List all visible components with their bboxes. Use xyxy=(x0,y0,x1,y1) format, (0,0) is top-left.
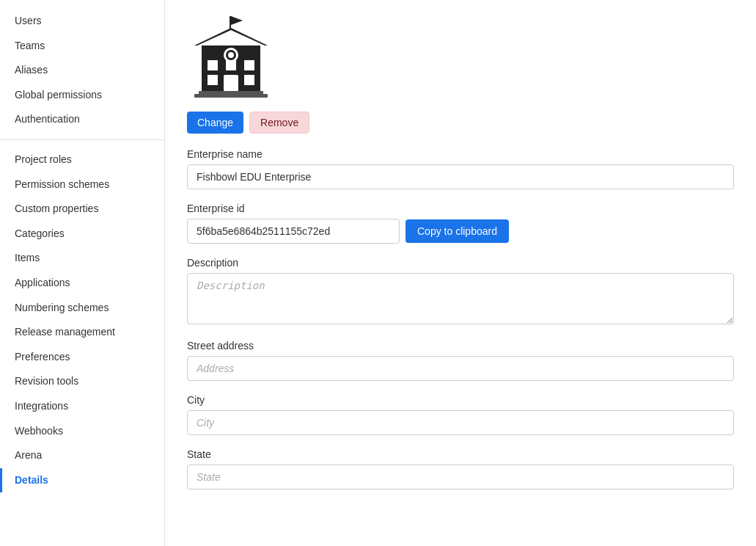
sidebar-item-items[interactable]: Items xyxy=(0,246,164,271)
svg-rect-11 xyxy=(208,75,218,85)
copy-to-clipboard-button[interactable]: Copy to clipboard xyxy=(405,219,509,243)
svg-rect-13 xyxy=(224,75,238,92)
svg-rect-8 xyxy=(208,60,218,70)
svg-rect-12 xyxy=(244,75,254,85)
sidebar-item-teams[interactable]: Teams xyxy=(0,34,164,59)
sidebar-item-custom-properties[interactable]: Custom properties xyxy=(0,197,164,222)
sidebar-item-categories[interactable]: Categories xyxy=(0,222,164,247)
svg-marker-4 xyxy=(197,30,265,46)
state-input[interactable] xyxy=(187,465,734,489)
sidebar-item-global-permissions[interactable]: Global permissions xyxy=(0,83,164,108)
sidebar-item-applications[interactable]: Applications xyxy=(0,271,164,296)
enterprise-name-label: Enterprise name xyxy=(187,148,734,160)
street-address-group: Street address xyxy=(187,340,734,381)
sidebar: UsersTeamsAliasesGlobal permissionsAuthe… xyxy=(0,0,165,546)
sidebar-group-bottom: Project rolesPermission schemesCustom pr… xyxy=(0,148,164,492)
sidebar-item-revision-tools[interactable]: Revision tools xyxy=(0,369,164,394)
logo-area: Change Remove xyxy=(187,15,734,134)
svg-rect-9 xyxy=(226,60,236,70)
sidebar-divider xyxy=(0,139,164,140)
street-address-label: Street address xyxy=(187,340,734,352)
svg-rect-10 xyxy=(244,60,254,70)
main-content: Change Remove Enterprise name Enterprise… xyxy=(165,0,756,546)
sidebar-group-top: UsersTeamsAliasesGlobal permissionsAuthe… xyxy=(0,9,164,132)
street-address-input[interactable] xyxy=(187,356,734,381)
city-group: City xyxy=(187,394,734,435)
enterprise-id-row: Copy to clipboard xyxy=(187,219,734,244)
sidebar-item-aliases[interactable]: Aliases xyxy=(0,58,164,83)
logo-buttons: Change Remove xyxy=(187,112,309,134)
svg-marker-1 xyxy=(231,16,243,25)
description-input[interactable] xyxy=(187,273,734,324)
svg-rect-0 xyxy=(230,16,231,29)
sidebar-item-permission-schemes[interactable]: Permission schemes xyxy=(0,172,164,197)
enterprise-id-group: Enterprise id Copy to clipboard xyxy=(187,203,734,244)
change-button[interactable]: Change xyxy=(187,112,243,134)
svg-rect-15 xyxy=(194,94,268,98)
enterprise-logo-icon xyxy=(187,15,275,103)
sidebar-item-webhooks[interactable]: Webhooks xyxy=(0,419,164,444)
state-group: State xyxy=(187,448,734,489)
sidebar-item-numbering-schemes[interactable]: Numbering schemes xyxy=(0,296,164,321)
sidebar-item-details[interactable]: Details xyxy=(0,468,164,493)
city-input[interactable] xyxy=(187,410,734,435)
sidebar-item-arena[interactable]: Arena xyxy=(0,443,164,468)
svg-point-7 xyxy=(228,52,234,58)
sidebar-item-authentication[interactable]: Authentication xyxy=(0,107,164,132)
enterprise-name-group: Enterprise name xyxy=(187,148,734,189)
description-group: Description xyxy=(187,257,734,327)
sidebar-item-users[interactable]: Users xyxy=(0,9,164,34)
enterprise-id-input[interactable] xyxy=(187,219,400,244)
sidebar-item-project-roles[interactable]: Project roles xyxy=(0,148,164,172)
sidebar-item-release-management[interactable]: Release management xyxy=(0,320,164,345)
sidebar-item-preferences[interactable]: Preferences xyxy=(0,345,164,370)
description-label: Description xyxy=(187,257,734,269)
remove-button[interactable]: Remove xyxy=(249,112,309,134)
enterprise-name-input[interactable] xyxy=(187,164,734,189)
enterprise-id-label: Enterprise id xyxy=(187,203,734,214)
city-label: City xyxy=(187,394,734,406)
sidebar-item-integrations[interactable]: Integrations xyxy=(0,394,164,419)
state-label: State xyxy=(187,448,734,460)
